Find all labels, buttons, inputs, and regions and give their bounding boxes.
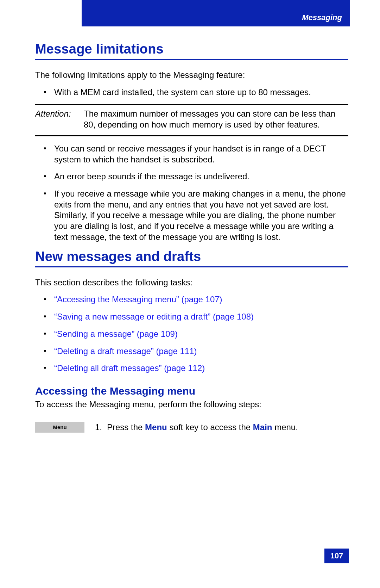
limitations-bullet-1: With a MEM card installed, the system ca… bbox=[44, 87, 348, 98]
step-1-row: Menu 1. Press the Menu soft key to acces… bbox=[35, 422, 348, 433]
limitations-intro: The following limitations apply to the M… bbox=[35, 70, 348, 81]
attention-note: Attention: The maximum number of message… bbox=[35, 104, 348, 136]
page-number: 107 bbox=[324, 549, 349, 563]
limitations-list-rest: You can send or receive messages if your… bbox=[35, 143, 348, 243]
limitations-bullet-3: An error beep sounds if the message is u… bbox=[44, 171, 348, 182]
limitations-bullet-4: If you receive a message while you are m… bbox=[44, 188, 348, 243]
keyword-main: Main bbox=[253, 422, 272, 432]
xref-link[interactable]: “Accessing the Messaging menu” (page 107… bbox=[54, 295, 222, 304]
xref-link[interactable]: “Deleting all draft messages” (page 112) bbox=[54, 363, 205, 373]
newmsg-intro: This section describes the following tas… bbox=[35, 277, 348, 288]
text: soft key to access the bbox=[167, 422, 253, 432]
step-number: 1. bbox=[95, 422, 107, 433]
keyword-menu: Menu bbox=[145, 422, 167, 432]
heading-message-limitations: Message limitations bbox=[35, 42, 348, 60]
limitations-list-top: With a MEM card installed, the system ca… bbox=[35, 87, 348, 98]
xref-link[interactable]: “Deleting a draft message” (page 111) bbox=[54, 346, 197, 356]
header-section: Messaging bbox=[302, 13, 342, 22]
attention-text: The maximum number of messages you can s… bbox=[84, 109, 348, 130]
list-item: “Deleting all draft messages” (page 112) bbox=[44, 363, 348, 374]
text: Press the bbox=[107, 422, 145, 432]
heading-new-messages: New messages and drafts bbox=[35, 249, 348, 267]
step-1-text: 1. Press the Menu soft key to access the… bbox=[95, 422, 298, 433]
content: Message limitations The following limita… bbox=[35, 35, 348, 433]
newmsg-links: “Accessing the Messaging menu” (page 107… bbox=[35, 294, 348, 374]
list-item: “Saving a new message or editing a draft… bbox=[44, 311, 348, 322]
step-1-body: Press the Menu soft key to access the Ma… bbox=[107, 422, 298, 433]
xref-link[interactable]: “Sending a message” (page 109) bbox=[54, 329, 178, 339]
limitations-bullet-2: You can send or receive messages if your… bbox=[44, 143, 348, 165]
softkey-menu: Menu bbox=[35, 422, 84, 433]
header-band: Messaging bbox=[82, 0, 350, 26]
text: menu. bbox=[272, 422, 298, 432]
list-item: “Accessing the Messaging menu” (page 107… bbox=[44, 294, 348, 305]
heading-accessing-menu: Accessing the Messaging menu bbox=[35, 385, 348, 397]
xref-link[interactable]: “Saving a new message or editing a draft… bbox=[54, 312, 254, 321]
accessing-intro: To access the Messaging menu, perform th… bbox=[35, 399, 348, 410]
list-item: “Deleting a draft message” (page 111) bbox=[44, 346, 348, 357]
attention-label: Attention: bbox=[35, 109, 84, 130]
list-item: “Sending a message” (page 109) bbox=[44, 329, 348, 340]
